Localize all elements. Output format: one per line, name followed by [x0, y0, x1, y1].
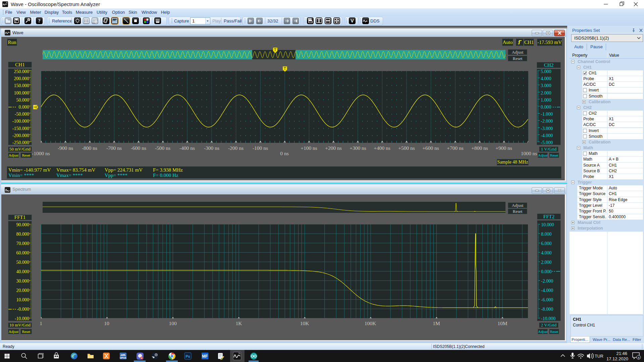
svg-text:4: 4: [638, 356, 639, 359]
svg-text:?: ?: [38, 18, 41, 23]
svg-text:Ps: Ps: [185, 354, 190, 358]
svg-text:V: V: [351, 18, 354, 23]
svg-text:OPUS: OPUS: [120, 357, 126, 359]
svg-text:MF: MF: [202, 354, 208, 359]
